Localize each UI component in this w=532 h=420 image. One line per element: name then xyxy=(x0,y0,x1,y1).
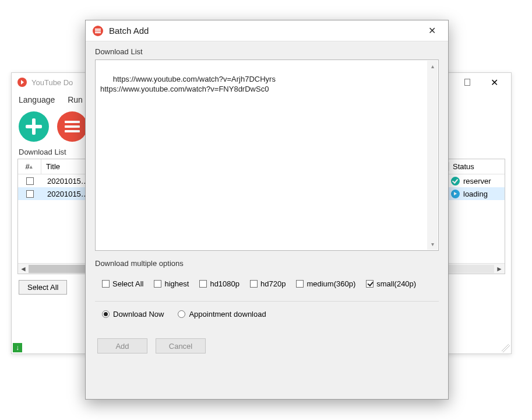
timing-options: Download NowAppointment download xyxy=(95,310,439,318)
sort-caret-icon: ▲ xyxy=(29,164,34,170)
scroll-down-icon[interactable]: ▾ xyxy=(431,240,434,249)
option-hd720p[interactable]: hd720p xyxy=(250,279,286,288)
checkbox-icon xyxy=(154,280,161,288)
quality-options: Select Allhighesthd1080phd720pmedium(360… xyxy=(95,279,439,288)
radio-appointment-download[interactable]: Appointment download xyxy=(178,310,266,318)
checkbox-icon xyxy=(199,280,207,288)
cancel-button[interactable]: Cancel xyxy=(156,338,206,354)
checkbox-icon xyxy=(366,280,374,288)
add-button[interactable] xyxy=(19,111,49,142)
menu-run[interactable]: Run xyxy=(68,95,83,104)
scroll-right-icon[interactable]: ► xyxy=(494,265,505,273)
download-list-label: Download List xyxy=(95,47,439,56)
textarea-content: https://www.youtube.com/watch?v=Arjh7DCH… xyxy=(100,75,276,94)
dialog-buttons: Add Cancel xyxy=(95,338,439,354)
checkbox-icon xyxy=(250,280,258,288)
col-status[interactable]: Status xyxy=(449,162,505,171)
options-label: Download multiple options xyxy=(95,259,439,268)
checkbox-icon xyxy=(102,280,110,288)
add-button[interactable]: Add xyxy=(97,338,147,354)
app-icon xyxy=(17,78,27,87)
checkbox-icon xyxy=(296,280,304,288)
divider xyxy=(95,301,439,302)
radio-icon xyxy=(178,310,185,318)
row-status: reserver xyxy=(449,177,505,186)
list-icon xyxy=(65,118,80,135)
option-hd1080p[interactable]: hd1080p xyxy=(199,279,239,288)
download-indicator-icon[interactable]: ↓ xyxy=(13,343,22,352)
reserver-icon xyxy=(451,177,460,186)
row-checkbox[interactable] xyxy=(18,177,41,185)
url-textarea[interactable]: https://www.youtube.com/watch?v=Arjh7DCH… xyxy=(95,60,439,251)
row-status: loading xyxy=(449,190,505,198)
textarea-scrollbar[interactable]: ▴ ▾ xyxy=(427,61,438,250)
radio-icon xyxy=(102,310,110,318)
option-medium-360p-[interactable]: medium(360p) xyxy=(296,279,355,288)
batch-add-dialog: Batch Add ✕ Download List https://www.yo… xyxy=(85,20,449,400)
dialog-title: Batch Add xyxy=(109,26,149,36)
dialog-close-button[interactable]: ✕ xyxy=(420,25,443,36)
scroll-left-icon[interactable]: ◄ xyxy=(18,265,29,273)
batch-button[interactable] xyxy=(57,111,87,142)
resize-grip-icon[interactable] xyxy=(502,344,510,352)
option-small-240p-[interactable]: small(240p) xyxy=(366,279,416,288)
menu-language[interactable]: Language xyxy=(19,95,55,104)
col-checkbox[interactable]: #▲ xyxy=(18,159,41,174)
batch-icon xyxy=(93,26,103,36)
maximize-button[interactable] xyxy=(454,79,481,86)
row-checkbox[interactable] xyxy=(18,190,41,198)
dialog-titlebar: Batch Add ✕ xyxy=(86,20,448,41)
scroll-up-icon[interactable]: ▴ xyxy=(431,62,434,71)
option-select-all[interactable]: Select All xyxy=(102,279,143,288)
option-highest[interactable]: highest xyxy=(154,279,189,288)
close-button[interactable]: ✕ xyxy=(481,77,508,88)
loading-icon xyxy=(451,190,460,198)
select-all-button[interactable]: Select All xyxy=(19,280,67,295)
dialog-body: Download List https://www.youtube.com/wa… xyxy=(86,41,448,399)
radio-download-now[interactable]: Download Now xyxy=(102,310,164,318)
